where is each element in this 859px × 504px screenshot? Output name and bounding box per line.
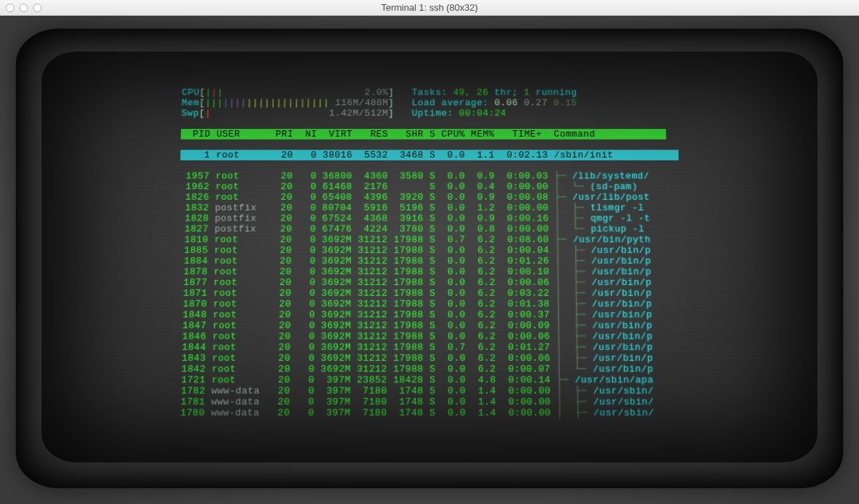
window-title: Terminal 1: ssh (80x32)	[0, 2, 859, 13]
minimize-button[interactable]	[19, 4, 28, 12]
crt-screen: CPU[||| 2.0%] Tasks: 49, 26 thr; 1 runni…	[42, 52, 817, 462]
terminal-output[interactable]: CPU[||| 2.0%] Tasks: 49, 26 thr; 1 runni…	[175, 87, 685, 419]
window-traffic-lights	[6, 4, 42, 12]
window-titlebar: Terminal 1: ssh (80x32)	[0, 0, 859, 16]
crt-bezel: CPU[||| 2.0%] Tasks: 49, 26 thr; 1 runni…	[16, 29, 843, 488]
crt-stage: CPU[||| 2.0%] Tasks: 49, 26 thr; 1 runni…	[0, 16, 859, 504]
zoom-button[interactable]	[33, 4, 42, 12]
close-button[interactable]	[6, 4, 14, 12]
